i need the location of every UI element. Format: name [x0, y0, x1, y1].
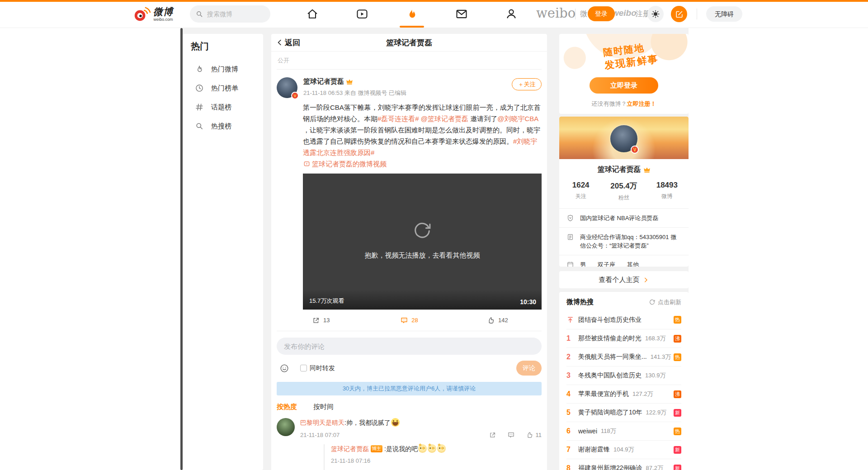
- profile-avatar[interactable]: V: [609, 124, 638, 153]
- hot-sidebar: 热门 热门微博热门榜单话题榜热搜榜: [183, 34, 263, 470]
- reload-icon[interactable]: [412, 220, 433, 241]
- divider: [697, 9, 697, 19]
- share-button[interactable]: 13: [277, 316, 365, 324]
- comment-input[interactable]: [277, 338, 542, 355]
- tab-sort-by-time[interactable]: 按时间: [313, 403, 334, 411]
- author-name[interactable]: 篮球记者贾磊: [303, 77, 344, 86]
- commenter-avatar[interactable]: [277, 418, 295, 436]
- chevron-right-icon: [642, 277, 649, 283]
- stat-followers[interactable]: 205.4万粉丝: [602, 181, 645, 202]
- hot-search-item-6[interactable]: 6weiwei118万热: [566, 422, 681, 440]
- hot-badge: 热: [674, 353, 681, 361]
- search-input[interactable]: [207, 10, 261, 18]
- repost-checkbox[interactable]: [300, 365, 307, 371]
- sun-icon: [651, 9, 660, 19]
- search-bar[interactable]: [190, 5, 270, 23]
- sidebar-item-1[interactable]: 热门微博: [191, 60, 263, 79]
- chevron-left-icon: [276, 38, 284, 47]
- video-link[interactable]: 篮球记者贾磊的微博视频: [303, 158, 387, 169]
- share-icon[interactable]: [489, 431, 496, 439]
- hot-badge: 沸: [674, 335, 681, 343]
- comment-like-count: 11: [536, 432, 542, 438]
- verified-description: 国内篮球记者 NBA评论员贾磊: [580, 214, 658, 222]
- share-count: 13: [323, 317, 330, 324]
- hot-badge: 新: [674, 446, 681, 454]
- weibo-logo[interactable]: 微博 weibo.com: [132, 5, 173, 23]
- hot-search-item-3[interactable]: 3冬残奥中国队创造历史130.9万: [566, 366, 681, 385]
- mention-link[interactable]: @篮球记者贾磊: [421, 115, 468, 122]
- submit-comment-button[interactable]: 评论: [516, 361, 542, 376]
- register-now-link[interactable]: 立即注册！: [627, 100, 656, 107]
- comment-like-button[interactable]: 11: [526, 431, 542, 439]
- hot-badge: 新: [674, 409, 681, 417]
- emoji-picker-icon[interactable]: [279, 363, 289, 373]
- hot-badge: 新: [674, 465, 681, 470]
- author-avatar[interactable]: V: [277, 77, 297, 98]
- refresh-label: 点击刷新: [658, 298, 681, 306]
- hot-topic-label: 团结奋斗创造历史伟业: [578, 316, 642, 324]
- hot-rank: 1: [566, 334, 578, 343]
- login-now-button[interactable]: 立即登录: [590, 77, 658, 94]
- profile-icon[interactable]: [505, 8, 518, 20]
- page-title: 篮球记者贾磊: [271, 38, 547, 48]
- emoji-doge-icon: [437, 444, 446, 453]
- hot-search-item-2[interactable]: 2美俄航天员将一同乘坐...141.3万热: [566, 348, 681, 366]
- hot-search-item-1[interactable]: 1那些被疫情偷走的时光168.3万沸: [566, 329, 681, 348]
- comment-item: 巴黎明天是晴天:帅，我都说腻了21-11-18 07:0711篮球记者贾磊博主:…: [277, 418, 542, 470]
- hot-topic-count: 141.3万: [651, 353, 671, 361]
- top-accent-stripe: [0, 0, 868, 2]
- post-author-info: 篮球记者贾磊 21-11-18 06:53 来自 微博视频号 已编辑: [303, 77, 512, 98]
- hot-topic-label: 黄子韬陆询暗恋了10年: [578, 409, 642, 417]
- sidebar-item-label: 热搜榜: [211, 122, 231, 131]
- hot-topic-label: 冬残奥中国队创造历史: [578, 371, 642, 380]
- video-icon[interactable]: [356, 8, 368, 20]
- stat-following[interactable]: 1624关注: [559, 181, 602, 202]
- weibo-logo-text: 微博 weibo.com: [153, 5, 173, 22]
- hot-topic-count: 104.9万: [613, 446, 634, 454]
- login-button[interactable]: 登录: [588, 6, 615, 21]
- commenter-link[interactable]: 篮球记者贾磊: [331, 445, 369, 452]
- hot-rank: 6: [566, 427, 578, 435]
- hot-flame-icon[interactable]: [406, 8, 418, 20]
- comment-icon[interactable]: [507, 431, 515, 439]
- profile-name[interactable]: 篮球记者贾磊: [598, 165, 641, 174]
- compose-button[interactable]: [671, 6, 687, 22]
- hot-search-item-7[interactable]: 7谢谢谢霆锋104.9万新: [566, 440, 681, 459]
- video-player[interactable]: 抱歉，视频无法播放，去看看其他视频 15.7万次观看 10:30: [303, 174, 542, 310]
- hashtag-link[interactable]: #磊哥连连看#: [377, 115, 419, 122]
- messages-icon[interactable]: [455, 8, 468, 20]
- theme-toggle[interactable]: [647, 6, 664, 22]
- logo-domain: weibo.com: [153, 17, 173, 22]
- sidebar-item-3[interactable]: 话题榜: [191, 98, 263, 117]
- hot-search-item-pinned[interactable]: 团结奋斗创造历史伟业热: [566, 310, 681, 329]
- vip-crown-icon: [643, 167, 651, 173]
- comment-button[interactable]: 28: [365, 316, 453, 324]
- video-duration: 10:30: [520, 298, 536, 306]
- sidebar-item-4[interactable]: 热搜榜: [191, 117, 263, 136]
- home-icon[interactable]: [306, 8, 319, 20]
- scrollbar[interactable]: [180, 28, 183, 470]
- view-profile-button[interactable]: 查看个人主页: [559, 271, 689, 288]
- hot-badge: 热: [674, 316, 681, 324]
- hot-search-item-5[interactable]: 5黄子韬陆询暗恋了10年122.9万新: [566, 403, 681, 422]
- hot-badge: 沸: [674, 390, 681, 398]
- refresh-icon: [649, 299, 656, 306]
- back-button[interactable]: 返回: [276, 38, 300, 48]
- emoji-laugh-icon: [391, 418, 400, 427]
- refresh-button[interactable]: 点击刷新: [649, 298, 681, 306]
- mention-link[interactable]: @刘晓宇CBA: [497, 115, 538, 122]
- hot-search-item-4[interactable]: 4苹果最便宜的手机127.2万沸: [566, 385, 681, 403]
- post-text-segment: 邀请到了: [468, 115, 497, 122]
- accessibility-button[interactable]: 无障碍: [706, 6, 742, 22]
- follow-button[interactable]: ＋关注: [512, 78, 542, 90]
- hash-icon: [191, 103, 204, 112]
- like-button[interactable]: 142: [453, 316, 542, 324]
- commenter-link[interactable]: 巴黎明天是晴天: [300, 419, 344, 426]
- hot-search-item-8[interactable]: 8福建泉州新增22例确诊87.2万新: [566, 459, 681, 470]
- comment-sort-tabs: 按热度 按时间: [271, 395, 547, 411]
- sidebar-item-2[interactable]: 热门榜单: [191, 79, 263, 98]
- register-hint: 还没有微博？: [592, 100, 627, 107]
- video-error-text: 抱歉，视频无法播放，去看看其他视频: [303, 251, 542, 260]
- stat-posts[interactable]: 18493微博: [646, 181, 689, 202]
- tab-sort-by-hot[interactable]: 按热度: [277, 403, 297, 411]
